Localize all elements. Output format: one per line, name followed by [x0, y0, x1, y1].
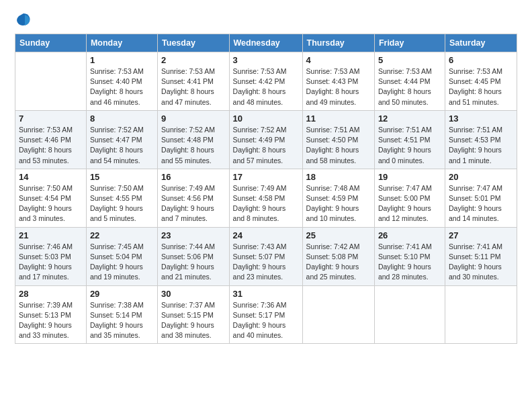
day-cell	[374, 285, 445, 344]
day-number: 26	[378, 230, 441, 240]
day-info: Sunrise: 7:44 AMSunset: 5:06 PMDaylight:…	[161, 242, 226, 283]
day-cell: 7Sunrise: 7:53 AMSunset: 4:46 PMDaylight…	[15, 110, 87, 169]
day-number: 13	[449, 113, 513, 124]
weekday-header-wednesday: Wednesday	[229, 34, 302, 52]
day-cell: 17Sunrise: 7:49 AMSunset: 4:58 PMDayligh…	[229, 169, 302, 227]
day-number: 2	[161, 55, 226, 65]
day-number: 23	[161, 230, 226, 240]
day-info: Sunrise: 7:52 AMSunset: 4:48 PMDaylight:…	[161, 125, 226, 166]
day-cell: 11Sunrise: 7:51 AMSunset: 4:50 PMDayligh…	[302, 110, 374, 169]
weekday-header-monday: Monday	[86, 34, 157, 52]
calendar-body: 1Sunrise: 7:53 AMSunset: 4:40 PMDaylight…	[15, 52, 517, 344]
week-row-5: 28Sunrise: 7:39 AMSunset: 5:13 PMDayligh…	[15, 285, 517, 344]
day-info: Sunrise: 7:46 AMSunset: 5:03 PMDaylight:…	[19, 242, 83, 283]
day-number: 24	[233, 230, 299, 240]
day-number: 18	[306, 172, 371, 182]
week-row-3: 14Sunrise: 7:50 AMSunset: 4:54 PMDayligh…	[15, 169, 517, 227]
day-number: 27	[449, 230, 513, 240]
weekday-header-sunday: Sunday	[15, 34, 87, 52]
day-cell: 1Sunrise: 7:53 AMSunset: 4:40 PMDaylight…	[86, 52, 157, 111]
day-number: 1	[90, 55, 154, 65]
header	[15, 12, 517, 27]
day-info: Sunrise: 7:45 AMSunset: 5:04 PMDaylight:…	[90, 242, 154, 283]
day-cell: 19Sunrise: 7:47 AMSunset: 5:00 PMDayligh…	[374, 169, 445, 227]
day-cell: 27Sunrise: 7:41 AMSunset: 5:11 PMDayligh…	[445, 227, 517, 285]
day-cell: 23Sunrise: 7:44 AMSunset: 5:06 PMDayligh…	[158, 227, 230, 285]
day-info: Sunrise: 7:42 AMSunset: 5:08 PMDaylight:…	[306, 242, 371, 283]
day-cell: 4Sunrise: 7:53 AMSunset: 4:43 PMDaylight…	[302, 52, 374, 111]
day-cell: 16Sunrise: 7:49 AMSunset: 4:56 PMDayligh…	[158, 169, 230, 227]
day-info: Sunrise: 7:39 AMSunset: 5:13 PMDaylight:…	[19, 300, 83, 341]
day-info: Sunrise: 7:53 AMSunset: 4:40 PMDaylight:…	[90, 66, 154, 107]
day-number: 17	[233, 172, 299, 182]
day-info: Sunrise: 7:51 AMSunset: 4:53 PMDaylight:…	[449, 125, 513, 166]
day-number: 30	[161, 289, 226, 299]
day-cell: 15Sunrise: 7:50 AMSunset: 4:55 PMDayligh…	[86, 169, 157, 227]
day-cell: 12Sunrise: 7:51 AMSunset: 4:51 PMDayligh…	[374, 110, 445, 169]
day-info: Sunrise: 7:53 AMSunset: 4:43 PMDaylight:…	[306, 66, 371, 107]
day-info: Sunrise: 7:48 AMSunset: 4:59 PMDaylight:…	[306, 183, 371, 224]
day-cell: 25Sunrise: 7:42 AMSunset: 5:08 PMDayligh…	[302, 227, 374, 285]
weekday-header-row: SundayMondayTuesdayWednesdayThursdayFrid…	[15, 34, 517, 52]
day-info: Sunrise: 7:47 AMSunset: 5:00 PMDaylight:…	[378, 183, 441, 224]
logo	[15, 12, 31, 27]
day-number: 14	[19, 172, 83, 182]
day-number: 12	[378, 113, 441, 124]
day-cell	[445, 285, 517, 344]
day-number: 19	[378, 172, 441, 182]
day-info: Sunrise: 7:53 AMSunset: 4:44 PMDaylight:…	[378, 66, 441, 107]
day-number: 22	[90, 230, 154, 240]
day-info: Sunrise: 7:49 AMSunset: 4:56 PMDaylight:…	[161, 183, 226, 224]
day-info: Sunrise: 7:52 AMSunset: 4:47 PMDaylight:…	[90, 125, 154, 166]
day-info: Sunrise: 7:36 AMSunset: 5:17 PMDaylight:…	[233, 300, 299, 341]
day-cell: 22Sunrise: 7:45 AMSunset: 5:04 PMDayligh…	[86, 227, 157, 285]
day-number: 9	[161, 113, 226, 124]
weekday-header-tuesday: Tuesday	[158, 34, 230, 52]
day-number: 28	[19, 289, 83, 299]
day-number: 29	[90, 289, 154, 299]
calendar-table: SundayMondayTuesdayWednesdayThursdayFrid…	[15, 34, 517, 344]
day-info: Sunrise: 7:50 AMSunset: 4:55 PMDaylight:…	[90, 183, 154, 224]
day-cell: 29Sunrise: 7:38 AMSunset: 5:14 PMDayligh…	[86, 285, 157, 344]
day-info: Sunrise: 7:53 AMSunset: 4:46 PMDaylight:…	[19, 125, 83, 166]
day-info: Sunrise: 7:50 AMSunset: 4:54 PMDaylight:…	[19, 183, 83, 224]
day-info: Sunrise: 7:47 AMSunset: 5:01 PMDaylight:…	[449, 183, 513, 224]
calendar-page: SundayMondayTuesdayWednesdayThursdayFrid…	[0, 0, 532, 411]
week-row-2: 7Sunrise: 7:53 AMSunset: 4:46 PMDaylight…	[15, 110, 517, 169]
day-cell: 2Sunrise: 7:53 AMSunset: 4:41 PMDaylight…	[158, 52, 230, 111]
weekday-header-friday: Friday	[374, 34, 445, 52]
logo-icon	[16, 12, 31, 27]
day-info: Sunrise: 7:41 AMSunset: 5:10 PMDaylight:…	[378, 242, 441, 283]
day-number: 15	[90, 172, 154, 182]
day-cell: 13Sunrise: 7:51 AMSunset: 4:53 PMDayligh…	[445, 110, 517, 169]
day-info: Sunrise: 7:53 AMSunset: 4:45 PMDaylight:…	[449, 66, 513, 107]
day-number: 10	[233, 113, 299, 124]
day-cell: 28Sunrise: 7:39 AMSunset: 5:13 PMDayligh…	[15, 285, 87, 344]
day-info: Sunrise: 7:53 AMSunset: 4:42 PMDaylight:…	[233, 66, 299, 107]
day-cell: 31Sunrise: 7:36 AMSunset: 5:17 PMDayligh…	[229, 285, 302, 344]
day-number: 8	[90, 113, 154, 124]
day-cell	[302, 285, 374, 344]
day-number: 11	[306, 113, 371, 124]
day-cell: 5Sunrise: 7:53 AMSunset: 4:44 PMDaylight…	[374, 52, 445, 111]
day-number: 16	[161, 172, 226, 182]
day-cell: 10Sunrise: 7:52 AMSunset: 4:49 PMDayligh…	[229, 110, 302, 169]
day-info: Sunrise: 7:37 AMSunset: 5:15 PMDaylight:…	[161, 300, 226, 341]
day-cell: 20Sunrise: 7:47 AMSunset: 5:01 PMDayligh…	[445, 169, 517, 227]
day-cell: 14Sunrise: 7:50 AMSunset: 4:54 PMDayligh…	[15, 169, 87, 227]
day-cell: 6Sunrise: 7:53 AMSunset: 4:45 PMDaylight…	[445, 52, 517, 111]
day-number: 6	[449, 55, 513, 65]
day-cell: 30Sunrise: 7:37 AMSunset: 5:15 PMDayligh…	[158, 285, 230, 344]
day-number: 4	[306, 55, 371, 65]
weekday-header-saturday: Saturday	[445, 34, 517, 52]
day-cell: 3Sunrise: 7:53 AMSunset: 4:42 PMDaylight…	[229, 52, 302, 111]
day-number: 5	[378, 55, 441, 65]
day-info: Sunrise: 7:38 AMSunset: 5:14 PMDaylight:…	[90, 300, 154, 341]
day-number: 31	[233, 289, 299, 299]
day-cell: 8Sunrise: 7:52 AMSunset: 4:47 PMDaylight…	[86, 110, 157, 169]
day-info: Sunrise: 7:52 AMSunset: 4:49 PMDaylight:…	[233, 125, 299, 166]
day-cell	[15, 52, 87, 111]
week-row-4: 21Sunrise: 7:46 AMSunset: 5:03 PMDayligh…	[15, 227, 517, 285]
day-number: 7	[19, 113, 83, 124]
week-row-1: 1Sunrise: 7:53 AMSunset: 4:40 PMDaylight…	[15, 52, 517, 111]
